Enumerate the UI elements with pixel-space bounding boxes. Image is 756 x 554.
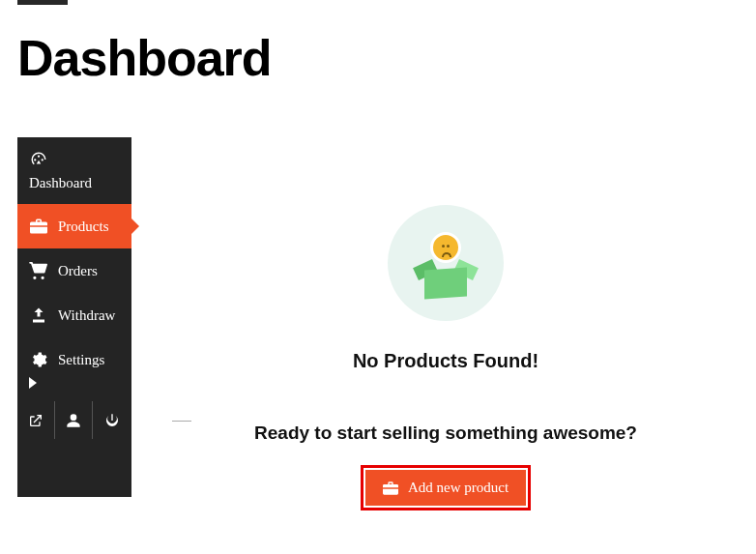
sidebar-item-label: Orders	[58, 263, 98, 279]
add-product-highlight: Add new product	[361, 465, 531, 510]
add-product-label: Add new product	[408, 480, 509, 496]
sidebar-filler	[17, 439, 131, 497]
sidebar-item-orders[interactable]: Orders	[17, 248, 131, 293]
dashboard-icon	[29, 150, 48, 169]
external-link-icon	[28, 413, 44, 428]
empty-state-illustration	[388, 205, 504, 321]
power-icon	[104, 413, 120, 428]
sidebar-footer	[17, 401, 131, 439]
chevron-right-icon	[29, 377, 37, 389]
sidebar-item-settings[interactable]: Settings	[17, 337, 131, 401]
page-title: Dashboard	[17, 29, 272, 87]
sidebar-item-label: Dashboard	[29, 175, 92, 191]
sidebar-item-withdraw[interactable]: Withdraw	[17, 293, 131, 337]
sidebar-item-products[interactable]: Products	[17, 204, 131, 248]
empty-state-subtext: Ready to start selling something awesome…	[155, 423, 737, 444]
box-illustration	[417, 259, 475, 298]
sidebar-item-label: Withdraw	[58, 307, 115, 324]
title-bar-accent	[17, 0, 68, 5]
briefcase-icon	[29, 217, 48, 236]
add-new-product-button[interactable]: Add new product	[365, 470, 526, 506]
empty-state-heading: No Products Found!	[155, 350, 737, 372]
briefcase-icon	[383, 481, 398, 495]
cart-icon	[29, 261, 48, 280]
user-icon	[66, 413, 81, 428]
sad-face-icon	[430, 232, 461, 263]
sidebar-item-label: Settings	[58, 352, 104, 368]
power-button[interactable]	[93, 401, 131, 439]
user-button[interactable]	[55, 401, 93, 439]
upload-icon	[29, 306, 48, 325]
external-link-button[interactable]	[17, 401, 55, 439]
sidebar: Dashboard Products Orders Withdraw Setti…	[17, 137, 131, 497]
main-content: No Products Found! Ready to start sellin…	[155, 137, 737, 510]
sidebar-item-label: Products	[58, 219, 109, 235]
gear-icon	[29, 350, 48, 369]
sidebar-item-dashboard[interactable]: Dashboard	[17, 137, 131, 204]
